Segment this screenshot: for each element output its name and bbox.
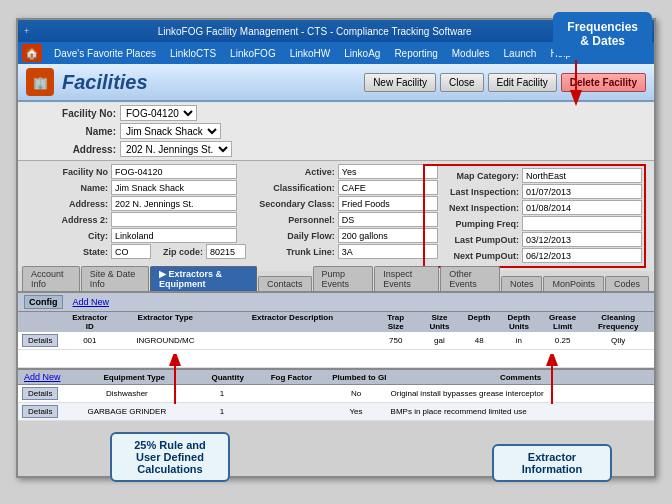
nm-row: Name: xyxy=(26,180,237,195)
calc-arrow xyxy=(165,354,185,409)
ext-depth: 48 xyxy=(459,336,499,345)
menu-linko-cts[interactable]: LinkloCTS xyxy=(164,46,222,61)
plumbed-1: No xyxy=(321,389,390,398)
city-label: City: xyxy=(26,231,111,241)
plumbed-2: Yes xyxy=(321,407,390,416)
tab-other-events[interactable]: Other Events xyxy=(440,266,500,291)
extractor-table-header: ExtractorID Extractor Type Extractor Des… xyxy=(18,312,654,332)
sec-class-row: Secondary Class: xyxy=(243,196,417,211)
facility-name-row: Name: Jim Snack Shack xyxy=(26,123,232,139)
addr-label: Address: xyxy=(26,199,111,209)
right-data-fields: Map Category: Last Inspection: Next Insp… xyxy=(423,164,646,268)
next-insp-row: Next Inspection: xyxy=(427,200,642,215)
facility-no-select[interactable]: FOG-04120 xyxy=(120,105,197,121)
tab-codes[interactable]: Codes xyxy=(605,276,649,291)
facilities-buttons: New Facility Close Edit Facility Delete … xyxy=(364,73,646,92)
ext-trap: 750 xyxy=(372,336,420,345)
state-row: State: Zip code: xyxy=(26,244,237,259)
tab-monpoints[interactable]: MonPoints xyxy=(543,276,604,291)
ext-type: INGROUND/MC xyxy=(118,336,213,345)
extractor-info-text: ExtractorInformation xyxy=(522,451,583,475)
last-pump-label: Last PumpOut: xyxy=(427,235,522,245)
ext-units: gal xyxy=(420,336,460,345)
details-btn-equip-2[interactable]: Details xyxy=(22,405,62,418)
menu-modules[interactable]: Modules xyxy=(446,46,496,61)
zip-label: Zip code: xyxy=(151,247,206,257)
th-fog-factor: Fog Factor xyxy=(257,373,325,382)
state-label: State: xyxy=(26,247,111,257)
menu-linko-fog[interactable]: LinkoFOG xyxy=(224,46,282,61)
addr2-label: Address 2: xyxy=(26,215,111,225)
facility-name-label: Name: xyxy=(26,126,116,137)
tab-extractors[interactable]: ▶ Extractors & Equipment xyxy=(150,266,257,291)
menu-linko-hw[interactable]: LinkoHW xyxy=(284,46,337,61)
new-facility-button[interactable]: New Facility xyxy=(364,73,436,92)
facility-address-label: Address: xyxy=(26,144,116,155)
class-label: Classification: xyxy=(243,183,338,193)
facility-address-row: Address: 202 N. Jennings St. xyxy=(26,141,232,157)
nm-input[interactable] xyxy=(111,180,237,195)
city-row: City: xyxy=(26,228,237,243)
next-pump-input[interactable] xyxy=(522,248,642,263)
personnel-row: Personnel: xyxy=(243,212,417,227)
facility-name-select[interactable]: Jim Snack Shack xyxy=(120,123,221,139)
addr-input[interactable] xyxy=(111,196,237,211)
flow-label: Daily Flow: xyxy=(243,231,338,241)
close-button[interactable]: Close xyxy=(440,73,484,92)
facilities-title: Facilities xyxy=(62,71,148,94)
comments-1: Original install bypasses grease interce… xyxy=(391,389,650,398)
add-new-extractor[interactable]: Add New xyxy=(73,297,110,307)
th-spacer xyxy=(22,313,62,331)
addr2-input[interactable] xyxy=(111,212,237,227)
details-btn-ext[interactable]: Details xyxy=(22,334,62,347)
facility-no-label: Facility No: xyxy=(26,108,116,119)
tab-site-date[interactable]: Site & Date Info xyxy=(81,266,149,291)
map-input[interactable] xyxy=(522,168,642,183)
tab-contacts[interactable]: Contacts xyxy=(258,276,312,291)
menu-launch[interactable]: Launch xyxy=(498,46,543,61)
zip-input[interactable] xyxy=(206,244,246,259)
th-depth-units: DepthUnits xyxy=(499,313,539,331)
edit-facility-button[interactable]: Edit Facility xyxy=(488,73,557,92)
freq-arrow xyxy=(556,58,596,108)
tab-pump-events[interactable]: Pump Events xyxy=(313,266,374,291)
middle-data-fields: Active: Classification: Secondary Class:… xyxy=(243,164,417,268)
fn-row: Facility No xyxy=(26,164,237,179)
last-insp-label: Last Inspection: xyxy=(427,187,522,197)
th-units: SizeUnits xyxy=(420,313,460,331)
th-ext-desc: Extractor Description xyxy=(213,313,372,331)
comments-2: BMPs in place recommend limited use xyxy=(391,407,650,416)
menu-linko-ag[interactable]: LinkoAg xyxy=(338,46,386,61)
details-btn-equip-1[interactable]: Details xyxy=(22,387,62,400)
th-cleaning: CleaningFrequency xyxy=(586,313,650,331)
menu-logo: 🏠 xyxy=(22,44,42,62)
pump-freq-row: Pumping Freq: xyxy=(427,216,642,231)
top-form-area: Facility No: FOG-04120 Name: Jim Snack S… xyxy=(18,102,654,161)
tab-account-info[interactable]: Account Info xyxy=(22,266,80,291)
fn-input[interactable] xyxy=(111,164,237,179)
add-new-equipment[interactable]: Add New xyxy=(24,372,61,382)
equip-qty-1: 1 xyxy=(192,389,253,398)
personnel-label: Personnel: xyxy=(243,215,338,225)
state-input[interactable] xyxy=(111,244,151,259)
tab-notes[interactable]: Notes xyxy=(501,276,543,291)
city-input[interactable] xyxy=(111,228,237,243)
left-data-fields: Facility No Name: Address: Address 2: xyxy=(26,164,237,268)
calculations-bubble: 25% Rule andUser DefinedCalculations xyxy=(110,432,230,482)
config-label: Config xyxy=(24,295,63,309)
class-row: Classification: xyxy=(243,180,417,195)
pump-freq-input[interactable] xyxy=(522,216,642,231)
facility-address-select[interactable]: 202 N. Jennings St. xyxy=(120,141,232,157)
next-insp-input[interactable] xyxy=(522,200,642,215)
extractor-arrow xyxy=(542,354,562,409)
last-insp-input[interactable] xyxy=(522,184,642,199)
addr2-row: Address 2: xyxy=(26,212,237,227)
th-comments: Comments xyxy=(393,373,648,382)
facilities-icon: 🏢 xyxy=(26,68,54,96)
config-header: Config Add New xyxy=(18,293,654,312)
menu-reporting[interactable]: Reporting xyxy=(388,46,443,61)
last-pump-input[interactable] xyxy=(522,232,642,247)
tab-inspect-events[interactable]: Inspect Events xyxy=(374,266,439,291)
menu-favorites[interactable]: Dave's Favorite Places xyxy=(48,46,162,61)
last-insp-row: Last Inspection: xyxy=(427,184,642,199)
